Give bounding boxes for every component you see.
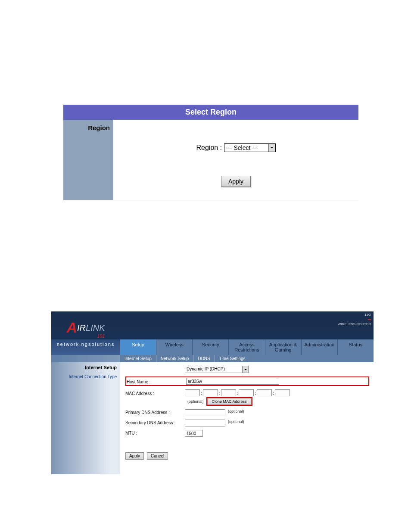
mac-input-3[interactable]: [221, 389, 236, 396]
region-row: Region : --- Select ---: [113, 143, 358, 152]
mac-fields: : : : : : (optional) Clone MAC Address: [185, 389, 290, 406]
logo-letter-link: LINK: [86, 323, 105, 333]
mac-input-1[interactable]: [185, 389, 200, 396]
tab-security[interactable]: Security: [193, 339, 229, 355]
host-name-input[interactable]: [186, 378, 279, 385]
logo: AIRLINK 101: [51, 311, 120, 339]
mac-input-6[interactable]: [275, 389, 290, 396]
section-subheading: Internet Connection Type: [51, 374, 117, 379]
mac-input-4[interactable]: [239, 389, 254, 396]
subnav-spacer: [51, 355, 120, 362]
sub-nav: Internet Setup Network Setup DDNS Time S…: [51, 355, 374, 362]
tab-status[interactable]: Status: [338, 339, 374, 355]
logo-letter-ir: IR: [77, 323, 86, 333]
host-name-label: Host Name :: [127, 379, 186, 384]
chevron-down-icon[interactable]: [242, 366, 248, 373]
connection-type-value: Dynamic IP (DHCP): [187, 367, 225, 371]
section-heading: Internet Setup: [51, 365, 117, 370]
row-mtu: MTU :: [125, 430, 369, 437]
tab-wireless[interactable]: Wireless: [156, 339, 193, 355]
button-row: Apply Cancel: [125, 452, 369, 460]
subtab-network-setup[interactable]: Network Setup: [156, 355, 194, 362]
select-region-panel: Select Region Region Region : --- Select…: [63, 105, 358, 200]
region-main: Region : --- Select --- Apply: [113, 120, 358, 200]
secondary-dns-label: Secondary DNS Address :: [125, 420, 185, 425]
tab-access-restrictions[interactable]: Access Restrictions: [229, 339, 265, 355]
primary-dns-optional: (optional): [225, 409, 247, 414]
tab-application-gaming[interactable]: Application & Gaming: [265, 339, 302, 355]
main-nav: networkingsolutions Setup Wireless Secur…: [51, 339, 374, 355]
subtab-ddns[interactable]: DDNS: [193, 355, 215, 362]
apply-button[interactable]: Apply: [221, 176, 251, 187]
connection-type-select[interactable]: Dynamic IP (DHCP): [185, 366, 249, 373]
badge-line1: 11G: [338, 313, 371, 317]
product-badge: 11G ━ WIRELESS ROUTER: [338, 311, 374, 339]
form-area: Dynamic IP (DHCP) Host Name : MAC Addres…: [120, 362, 374, 474]
badge-line2: WIRELESS ROUTER: [338, 323, 371, 327]
row-connection-type: Dynamic IP (DHCP): [125, 366, 369, 373]
router-admin-panel: AIRLINK 101 11G ━ WIRELESS ROUTER networ…: [51, 311, 374, 474]
tab-setup[interactable]: Setup: [120, 339, 156, 355]
subtab-internet-setup[interactable]: Internet Setup: [120, 355, 156, 362]
region-sidebar-label: Region: [63, 120, 113, 200]
secondary-dns-input[interactable]: [185, 420, 225, 426]
cancel-button[interactable]: Cancel: [147, 452, 168, 460]
mac-address-label: MAC Address :: [125, 389, 185, 396]
region-label: Region :: [196, 144, 222, 151]
row-host-name: Host Name :: [125, 376, 369, 386]
spacer: [125, 366, 185, 367]
tagline: networkingsolutions: [51, 339, 120, 355]
subtab-time-settings[interactable]: Time Settings: [215, 355, 250, 362]
logo-letter-a: A: [66, 319, 77, 336]
mac-optional-label: (optional): [185, 399, 206, 404]
content: Internet Setup Internet Connection Type …: [51, 362, 374, 474]
region-body: Region Region : --- Select --- Apply: [63, 120, 358, 200]
chevron-down-icon[interactable]: [268, 144, 275, 152]
region-panel-title: Select Region: [63, 105, 358, 120]
clone-mac-button[interactable]: Clone MAC Address: [207, 398, 252, 405]
mtu-input[interactable]: [185, 430, 203, 437]
apply-button[interactable]: Apply: [125, 452, 144, 460]
secondary-dns-optional: (optional): [225, 420, 247, 424]
swoosh-icon: ━: [338, 317, 371, 323]
primary-dns-input[interactable]: [185, 409, 225, 416]
mac-input-2[interactable]: [203, 389, 218, 396]
tab-administration[interactable]: Administration: [302, 339, 338, 355]
mac-input-5[interactable]: [257, 389, 272, 396]
content-left: Internet Setup Internet Connection Type: [51, 362, 120, 474]
mtu-label: MTU :: [125, 430, 185, 436]
row-mac-address: MAC Address : : : : : : (optional) Clone…: [125, 389, 369, 406]
region-select[interactable]: --- Select ---: [224, 143, 276, 152]
row-primary-dns: Primary DNS Address : (optional): [125, 409, 369, 416]
region-select-value: --- Select ---: [226, 144, 258, 151]
router-header: AIRLINK 101 11G ━ WIRELESS ROUTER: [51, 311, 374, 339]
row-secondary-dns: Secondary DNS Address : (optional): [125, 420, 369, 426]
primary-dns-label: Primary DNS Address :: [125, 409, 185, 415]
